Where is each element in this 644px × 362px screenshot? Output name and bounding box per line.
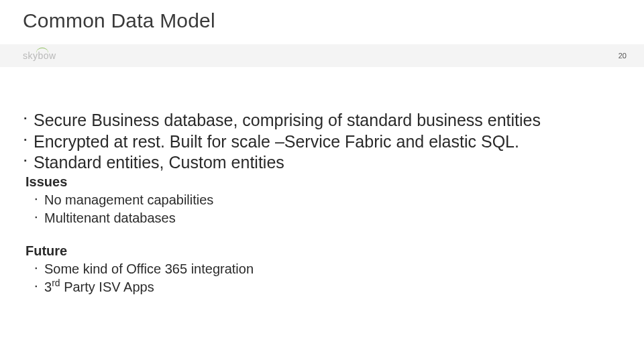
issues-bullet-list: No management capabilities Multitenant d… — [24, 191, 620, 227]
future-bullet-list: Some kind of Office 365 integration 3rd … — [24, 260, 620, 296]
slide-title: Common Data Model — [0, 0, 644, 32]
issues-section: Issues No management capabilities Multit… — [24, 174, 620, 227]
future-section: Future Some kind of Office 365 integrati… — [24, 243, 620, 296]
issues-heading: Issues — [24, 174, 620, 190]
list-item: No management capabilities — [35, 191, 620, 209]
list-item: Multitenant databases — [35, 209, 620, 227]
slide-content: Secure Business database, comprising of … — [0, 32, 644, 296]
list-item: Standard entities, Custom entities — [24, 152, 620, 173]
brand-logo: skybow — [23, 50, 56, 61]
logo-bar: skybow 20 — [0, 44, 644, 67]
slide: Common Data Model skybow 20 Secure Busin… — [0, 0, 644, 362]
page-number: 20 — [619, 52, 627, 60]
list-item: Some kind of Office 365 integration — [35, 260, 620, 278]
future-heading: Future — [24, 243, 620, 259]
logo-arc-icon — [36, 48, 48, 53]
list-item: 3rd Party ISV Apps — [35, 278, 620, 296]
list-item: Encrypted at rest. Built for scale –Serv… — [24, 131, 620, 152]
main-bullet-list: Secure Business database, comprising of … — [24, 110, 620, 173]
list-item: Secure Business database, comprising of … — [24, 110, 620, 131]
